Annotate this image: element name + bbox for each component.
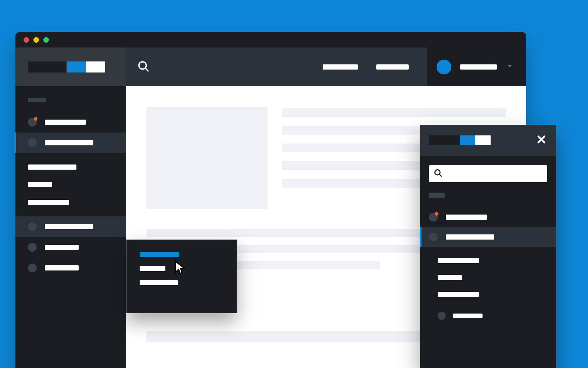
header-nav-link-1[interactable]: [323, 64, 358, 70]
logo-segment-brand: [460, 135, 475, 145]
chevron-down-icon: [506, 62, 514, 72]
minimize-window-button[interactable]: [33, 37, 39, 43]
quick-panel-subitem-label: [438, 275, 462, 280]
sidebar-section-label: [28, 98, 46, 102]
logo-container: [15, 47, 126, 86]
sidebar-item-label: [45, 265, 79, 270]
search-icon: [137, 60, 150, 74]
status-dot-icon: [438, 312, 446, 320]
placeholder-line: [146, 229, 421, 237]
quick-panel-item-label: [446, 215, 487, 220]
sidebar-subitem-3[interactable]: [15, 194, 126, 211]
quick-panel-subitem-3[interactable]: [429, 286, 547, 303]
sidebar-subitem-label: [28, 164, 76, 170]
user-avatar: [437, 60, 451, 74]
quick-panel-section-label: [429, 193, 445, 198]
close-button[interactable]: [536, 134, 546, 146]
search-button[interactable]: [132, 60, 154, 74]
sidebar-subitem-label: [28, 182, 52, 187]
logo-segment-light: [86, 61, 105, 72]
quick-panel-header: [420, 125, 556, 156]
sidebar-subitem-2[interactable]: [15, 176, 126, 194]
logo-segment-light: [475, 135, 491, 145]
sidebar-item-label: [45, 245, 79, 250]
sidebar-item-1[interactable]: [15, 112, 126, 132]
logo-segment-dark: [429, 135, 460, 145]
primary-sidebar: [15, 86, 126, 368]
quick-panel-subitem-2[interactable]: [429, 269, 547, 286]
context-menu-item-2[interactable]: [140, 266, 165, 271]
sidebar-item-5[interactable]: [15, 258, 126, 278]
quick-panel-item-3[interactable]: [429, 312, 547, 320]
close-window-button[interactable]: [24, 37, 29, 43]
zoom-window-button[interactable]: [43, 37, 49, 43]
status-dot-icon: [28, 243, 37, 252]
sidebar-item-2[interactable]: [15, 132, 126, 153]
app-logo[interactable]: [28, 61, 105, 72]
sidebar-item-label: [45, 140, 93, 145]
sidebar-subitem-1[interactable]: [15, 158, 126, 176]
quick-panel-item-2[interactable]: [420, 227, 556, 247]
content-hero-image: [146, 107, 268, 209]
quick-panel-item-label: [453, 314, 483, 318]
header-nav-link-2[interactable]: [376, 64, 409, 70]
close-icon: [536, 139, 546, 146]
svg-line-3: [439, 174, 441, 176]
logo-segment-dark: [28, 61, 67, 72]
status-dot-icon: [28, 263, 37, 272]
context-menu-item-1[interactable]: [140, 252, 179, 257]
quick-panel-logo: [429, 135, 491, 145]
placeholder-line: [282, 108, 506, 117]
svg-line-1: [145, 68, 148, 71]
quick-panel-subitem-label: [438, 292, 479, 297]
quick-panel: [420, 125, 556, 368]
sidebar-item-3[interactable]: [15, 216, 126, 237]
user-name-label: [460, 64, 497, 70]
window-titlebar: [15, 32, 526, 47]
user-menu[interactable]: [427, 47, 526, 86]
app-header: [15, 47, 526, 86]
quick-panel-subitem-1[interactable]: [429, 252, 547, 269]
status-dot-icon: [28, 138, 37, 147]
quick-panel-item-label: [446, 234, 494, 240]
status-dot-icon: [429, 213, 438, 222]
search-icon: [433, 168, 443, 179]
sidebar-item-4[interactable]: [15, 237, 126, 258]
quick-panel-item-1[interactable]: [420, 207, 556, 227]
sidebar-item-label: [45, 120, 86, 125]
quick-panel-subitem-label: [438, 258, 479, 263]
logo-segment-brand: [67, 61, 86, 72]
sidebar-item-label: [45, 224, 93, 229]
status-dot-icon: [28, 118, 37, 127]
status-dot-icon: [28, 222, 37, 231]
status-dot-icon: [429, 233, 438, 241]
quick-panel-search-input[interactable]: [429, 165, 547, 182]
sidebar-subitem-label: [28, 200, 69, 205]
context-menu-item-3[interactable]: [140, 280, 178, 285]
cursor-icon: [173, 261, 188, 277]
